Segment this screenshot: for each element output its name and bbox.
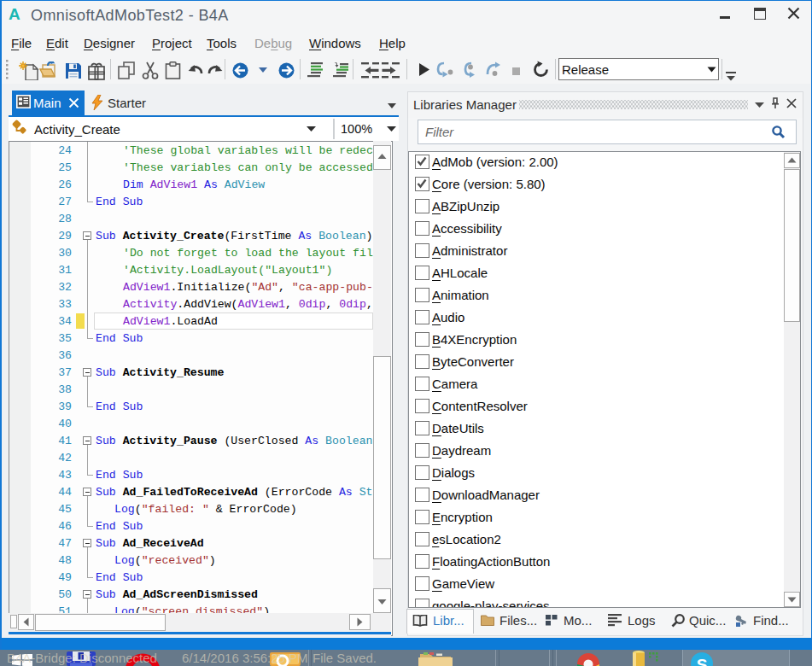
svg-text:S: S bbox=[697, 656, 708, 666]
